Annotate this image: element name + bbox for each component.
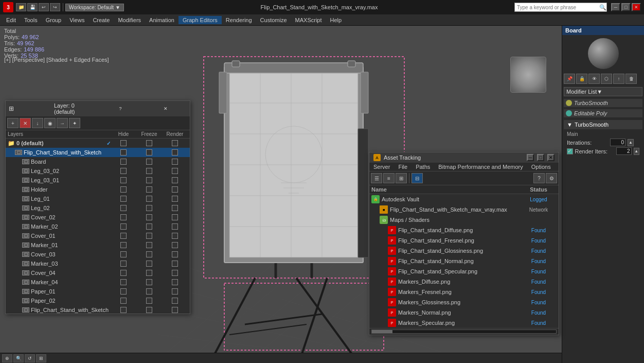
freeze-box-main_obj[interactable] (146, 149, 152, 155)
mod-wire-button[interactable]: ⬡ (601, 74, 612, 84)
freeze-box-leg01[interactable] (146, 196, 152, 202)
layer-close-button[interactable]: ✕ (145, 105, 187, 112)
asset-detail-btn[interactable]: ≡ (383, 173, 395, 183)
render-box-marker04[interactable] (172, 279, 178, 285)
menu-item-rendering[interactable]: Rendering (222, 16, 256, 24)
mod-pin-button[interactable]: 📌 (564, 74, 575, 84)
freeze-box-board[interactable] (146, 159, 152, 165)
layer-row-marker02[interactable]: ☐Marker_02 (6, 222, 190, 231)
asset-thumb-btn[interactable]: ⊞ (396, 173, 407, 183)
menu-item-edit[interactable]: Edit (2, 16, 20, 24)
freeze-box-leg03_01[interactable] (146, 177, 152, 183)
rotate-button[interactable]: ↺ (25, 354, 35, 362)
asset-grid-btn[interactable]: ⊟ (412, 173, 423, 183)
layer-row-paper01[interactable]: ☐Paper_01 (6, 287, 190, 296)
layer-row-marker01[interactable]: ☐Marker_01 (6, 240, 190, 250)
layer-row-cover04[interactable]: ☐Cover_04 (6, 268, 190, 278)
asset-menu-bitmapperformanceandmemory[interactable]: Bitmap Performance and Memory (434, 163, 527, 171)
hide-box-leg02[interactable] (120, 205, 127, 211)
hide-box-default[interactable] (120, 140, 127, 146)
freeze-box-leg02[interactable] (146, 205, 152, 211)
freeze-box-paper01[interactable] (146, 288, 152, 295)
hide-box-leg03_01[interactable] (120, 177, 127, 183)
render-box-flip_chart[interactable] (172, 307, 178, 313)
mod-move-button[interactable]: ↑ (613, 74, 624, 84)
asset-menu-server[interactable]: Server (369, 163, 394, 171)
hide-box-paper02[interactable] (120, 298, 127, 304)
asset-help-btn[interactable]: ? (533, 173, 545, 183)
layer-row-cover01[interactable]: ☐Cover_01 (6, 231, 190, 240)
render-box-cover01[interactable] (172, 233, 178, 239)
mod-show-button[interactable]: 👁 (588, 74, 600, 84)
hide-box-cover03[interactable] (120, 251, 127, 257)
layer-move-button[interactable]: → (57, 118, 68, 128)
asset-list-btn[interactable]: ☰ (371, 173, 382, 183)
render-box-marker02[interactable] (172, 223, 178, 230)
hide-box-cover01[interactable] (120, 233, 127, 239)
render-box-holder[interactable] (172, 186, 178, 193)
layer-row-paper02[interactable]: ☐Paper_02 (6, 296, 190, 305)
modifier-list-dropdown[interactable]: Modifier List ▼ (564, 87, 642, 96)
undo-button[interactable]: ↩ (39, 3, 49, 11)
layer-row-main_obj[interactable]: ☐Flip_Chart_Stand_with_Sketch (6, 148, 190, 157)
layer-row-holder[interactable]: ☐Holder (6, 185, 190, 194)
hide-box-marker02[interactable] (120, 223, 127, 230)
render-box-cover02[interactable] (172, 214, 178, 220)
asset-row-FlipChartstandNormalpng[interactable]: P Flip_Chart_stand_Normal.png Found (369, 256, 559, 266)
layer-row-marker04[interactable]: ☐Marker_04 (6, 278, 190, 287)
freeze-box-cover01[interactable] (146, 233, 152, 239)
editable-poly-modifier[interactable]: Editable Poly (564, 109, 642, 117)
render-box-marker03[interactable] (172, 261, 178, 267)
render-box-paper01[interactable] (172, 288, 178, 295)
layer-row-leg03_02[interactable]: ☐Leg_03_02 (6, 166, 190, 176)
ts-iterations-up[interactable]: ▲ (628, 139, 634, 146)
layer-row-leg01[interactable]: ☐Leg_01 (6, 194, 190, 203)
asset-row-MarkersSpecularpng[interactable]: P Markers_Specular.png Found (369, 318, 559, 328)
menu-item-customize[interactable]: Customize (256, 16, 291, 24)
hide-box-cover04[interactable] (120, 270, 127, 276)
asset-row-FlipChartStandwithSketchmaxvraymax[interactable]: ■ Flip_Chart_Stand_with_Sketch_max_vray.… (369, 204, 559, 215)
close-button[interactable]: ✕ (632, 3, 641, 11)
redo-button[interactable]: ↪ (50, 3, 60, 11)
hide-box-leg01[interactable] (120, 196, 127, 202)
search-input[interactable] (515, 5, 599, 10)
asset-row-AutodeskVault[interactable]: 🔒 Autodesk Vault Logged (369, 194, 559, 204)
freeze-box-cover04[interactable] (146, 270, 152, 276)
menu-item-graph-editors[interactable]: Graph Editors (178, 16, 222, 24)
freeze-box-default[interactable] (146, 140, 152, 146)
pan-button[interactable]: ⊕ (2, 354, 12, 362)
hide-box-paper01[interactable] (120, 288, 127, 295)
asset-row-MarkersFresnelpng[interactable]: P Markers_Fresnel.png Found (369, 287, 559, 297)
ts-render-up[interactable]: ▲ (634, 148, 640, 155)
render-box-paper02[interactable] (172, 298, 178, 304)
asset-row-MarkersDiffusepng[interactable]: P Markers_Diffuse.png Found (369, 276, 559, 287)
asset-panel-title[interactable]: A Asset Tracking ─ □ ✕ (369, 152, 559, 163)
menu-item-help[interactable]: Help (326, 16, 346, 24)
menu-item-views[interactable]: Views (65, 16, 88, 24)
hide-box-board[interactable] (120, 159, 127, 165)
hide-box-holder[interactable] (120, 186, 127, 193)
hide-box-leg03_02[interactable] (120, 168, 127, 174)
asset-row-MarkersGlossinesspng[interactable]: P Markers_Glossiness.png Found (369, 297, 559, 307)
hscroll-track[interactable] (371, 330, 557, 334)
layer-row-board[interactable]: ☐Board (6, 157, 190, 166)
render-box-marker01[interactable] (172, 242, 178, 248)
freeze-box-holder[interactable] (146, 186, 152, 193)
layer-row-cover02[interactable]: ☐Cover_02 (6, 213, 190, 222)
layer-row-leg02[interactable]: ☐Leg_02 (6, 203, 190, 213)
layer-row-leg03_01[interactable]: ☐Leg_03_01 (6, 176, 190, 185)
mod-lock-button[interactable]: 🔒 (576, 74, 587, 84)
hide-box-marker03[interactable] (120, 261, 127, 267)
render-box-board[interactable] (172, 159, 178, 165)
menu-item-tools[interactable]: Tools (20, 16, 42, 24)
menu-item-maxscript[interactable]: MAXScript (291, 16, 326, 24)
asset-settings-btn[interactable]: ⚙ (546, 173, 557, 183)
freeze-box-flip_chart[interactable] (146, 307, 152, 313)
freeze-box-marker02[interactable] (146, 223, 152, 230)
layer-row-default[interactable]: 📁0 (default)✓ (6, 139, 190, 148)
asset-row-FlipChartstandDiffusepng[interactable]: P Flip_Chart_stand_Diffuse.png Found (369, 225, 559, 235)
layer-delete-button[interactable]: ✕ (20, 118, 31, 128)
freeze-box-marker01[interactable] (146, 242, 152, 248)
freeze-box-cover03[interactable] (146, 251, 152, 257)
freeze-box-marker04[interactable] (146, 279, 152, 285)
